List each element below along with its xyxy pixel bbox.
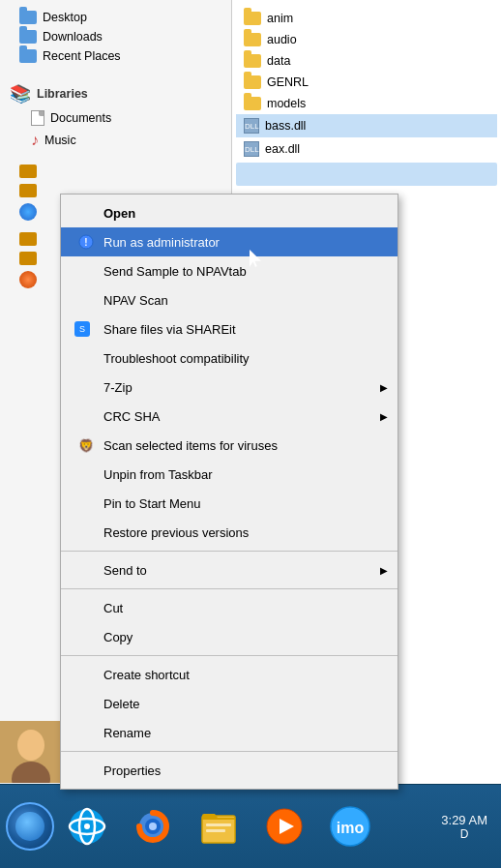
svg-point-3 [17, 730, 44, 761]
svg-rect-13 [206, 823, 231, 826]
taskbar-item-firefox[interactable] [122, 795, 184, 857]
desktop-label: Desktop [43, 11, 87, 24]
models-folder-icon [244, 97, 261, 110]
ctx-crc-sha[interactable]: CRC SHA ▶ [61, 402, 398, 431]
explorer-background: Desktop Downloads Recent Places 📚 Librar… [0, 0, 501, 868]
ctx-create-shortcut[interactable]: Create shortcut [61, 660, 398, 689]
eax-dll-icon: DLL [244, 141, 259, 157]
ctx-troubleshoot-label: Troubleshoot compatibility [103, 351, 250, 366]
ctx-separator-4 [61, 751, 398, 752]
libraries-label: Libraries [37, 87, 88, 101]
ctx-restore-versions[interactable]: Restore previous versions [61, 518, 398, 547]
send-to-icon [76, 560, 96, 580]
ctx-troubleshoot[interactable]: Troubleshoot compatibility [61, 344, 398, 373]
anim-label: anim [267, 12, 293, 25]
ctx-delete[interactable]: Delete [61, 689, 398, 718]
ctx-send-to-label: Send to [103, 563, 147, 578]
ctx-send-sample[interactable]: Send Sample to NPAVtab [61, 256, 398, 285]
ctx-npav-scan[interactable]: NPAV Scan [61, 285, 398, 314]
shareit-icon: S [76, 319, 96, 339]
file-item-anim[interactable]: anim [236, 8, 497, 29]
troubleshoot-icon [76, 348, 96, 368]
downloads-folder-icon [19, 30, 37, 44]
data-label: data [267, 54, 290, 68]
ie-icon [66, 805, 108, 848]
documents-icon [31, 110, 44, 126]
genrl-folder-icon [244, 75, 261, 89]
ctx-cut-label: Cut [103, 601, 123, 615]
ctx-delete-label: Delete [103, 697, 140, 711]
ctx-restore-versions-label: Restore previous versions [103, 525, 249, 540]
7zip-arrow-icon: ▶ [380, 382, 388, 393]
svg-point-11 [149, 823, 157, 830]
ctx-rename[interactable]: Rename [61, 718, 398, 747]
sidebar-item-recent-places[interactable]: Recent Places [0, 46, 231, 66]
extra5-icon [19, 252, 37, 265]
extra1-icon [19, 165, 37, 178]
file-item-eax-dll[interactable]: DLL eax.dll [236, 137, 497, 161]
audio-folder-icon [244, 33, 261, 46]
bass-dll-label: bass.dll [265, 119, 306, 133]
ctx-7zip-label: 7-Zip [103, 380, 133, 395]
ctx-send-sample-label: Send Sample to NPAVtab [103, 264, 247, 279]
send-sample-icon [76, 261, 96, 281]
run-as-admin-icon: ! [76, 232, 96, 252]
cut-icon [76, 598, 96, 617]
clock-time: 3:29 AM [441, 813, 487, 827]
ctx-crc-sha-label: CRC SHA [103, 409, 161, 424]
sidebar-item-extra1[interactable] [0, 162, 231, 181]
models-label: models [267, 97, 306, 110]
svg-text:imo: imo [337, 820, 365, 836]
delete-icon [76, 694, 96, 713]
restore-versions-icon [76, 523, 96, 542]
file-item-models[interactable]: models [236, 93, 497, 114]
documents-label: Documents [50, 111, 111, 125]
unpin-taskbar-icon [76, 464, 96, 484]
npav-scan-icon [76, 290, 96, 310]
ctx-create-shortcut-label: Create shortcut [103, 668, 190, 682]
sidebar-item-documents[interactable]: Documents [0, 107, 231, 129]
copy-icon [76, 627, 96, 646]
file-item-data[interactable]: data [236, 50, 497, 72]
eax-dll-label: eax.dll [265, 142, 300, 156]
file-item-audio[interactable]: audio [236, 29, 497, 50]
start-button[interactable] [6, 802, 54, 851]
ctx-shareit-label: Share files via SHAREit [103, 322, 236, 337]
selection-highlight [236, 163, 497, 186]
ctx-run-as-admin[interactable]: ! Run as administrator [61, 227, 398, 256]
ctx-rename-label: Rename [103, 726, 151, 740]
ctx-open[interactable]: Open [61, 198, 398, 227]
recent-places-label: Recent Places [43, 49, 121, 63]
taskbar-item-files[interactable] [188, 795, 250, 857]
ctx-7zip[interactable]: 7-Zip ▶ [61, 373, 398, 402]
ctx-properties[interactable]: Properties [61, 756, 398, 785]
scan-viruses-icon: 🦁 [76, 435, 96, 455]
svg-text:!: ! [84, 237, 87, 248]
ctx-unpin-taskbar[interactable]: Unpin from Taskbar [61, 460, 398, 489]
ctx-pin-start-label: Pin to Start Menu [103, 496, 200, 511]
taskbar-item-imo[interactable]: imo [319, 795, 381, 857]
ctx-copy[interactable]: Copy [61, 622, 398, 651]
sidebar-item-downloads[interactable]: Downloads [0, 27, 231, 46]
ctx-shareit[interactable]: S Share files via SHAREit [61, 314, 398, 344]
ctx-copy-label: Copy [103, 630, 133, 644]
clock-date: D [460, 827, 469, 841]
sidebar-item-music[interactable]: ♪ Music [0, 129, 231, 152]
svg-rect-14 [206, 829, 225, 832]
taskbar: imo 3:29 AM D [0, 784, 501, 868]
sidebar-item-desktop[interactable]: Desktop [0, 8, 231, 27]
svg-point-8 [84, 823, 90, 829]
taskbar-item-ie[interactable] [56, 795, 118, 857]
file-item-bass-dll[interactable]: DLL bass.dll [236, 114, 497, 137]
data-folder-icon [244, 54, 261, 68]
ctx-send-to[interactable]: Send to ▶ [61, 555, 398, 584]
bass-dll-icon: DLL [244, 118, 259, 134]
ctx-separator-1 [61, 551, 398, 552]
ctx-scan-viruses[interactable]: 🦁 Scan selected items for viruses [61, 431, 398, 460]
ctx-cut[interactable]: Cut [61, 593, 398, 622]
firefox-icon [132, 805, 174, 848]
taskbar-item-media[interactable] [253, 795, 315, 857]
file-item-genrl[interactable]: GENRL [236, 72, 497, 93]
create-shortcut-icon [76, 665, 96, 684]
ctx-pin-start[interactable]: Pin to Start Menu [61, 489, 398, 518]
